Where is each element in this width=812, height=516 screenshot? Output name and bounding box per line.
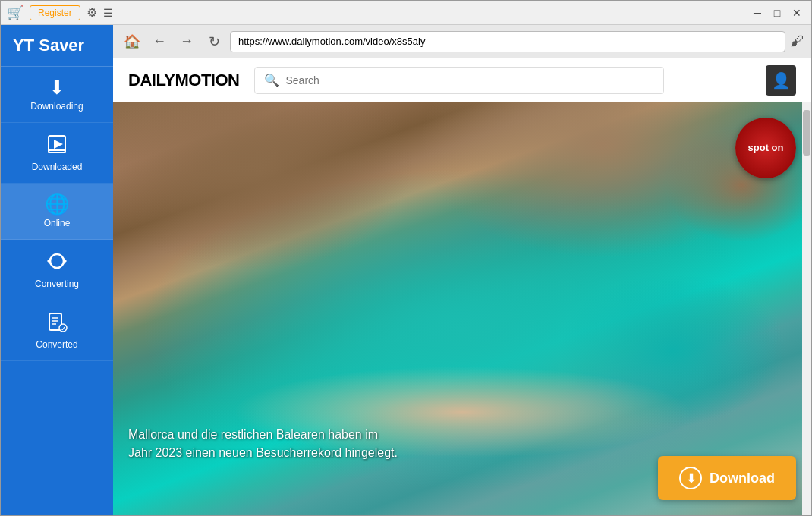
sidebar-label-converting: Converting (35, 278, 79, 289)
subtitle-line1: Mallorca und die restlichen Balearen hab… (128, 426, 398, 444)
sidebar-item-converting[interactable]: Converting (1, 240, 113, 300)
download-label: Download (710, 470, 775, 486)
user-icon: 👤 (772, 71, 791, 90)
nav-bar: 🏠 ← → ↻ 🖌 (113, 25, 811, 58)
window-controls: ─ □ ✕ (749, 5, 805, 21)
home-button[interactable]: 🏠 (121, 30, 143, 53)
svg-marker-1 (54, 140, 63, 149)
title-bar: 🛒 Register ⚙ ☰ ─ □ ✕ (1, 1, 811, 25)
sidebar: YT Saver ⬇ Downloading Downloaded 🌐 Onli… (1, 25, 113, 515)
dailymotion-logo: DAILYMOTION (128, 71, 239, 90)
download-button[interactable]: ⬇ Download (658, 456, 796, 500)
downloading-icon: ⬇ (49, 77, 65, 97)
converting-icon (46, 250, 68, 275)
cart-icon: 🛒 (7, 5, 24, 21)
close-button[interactable]: ✕ (788, 5, 805, 21)
forward-button[interactable]: → (175, 30, 198, 53)
user-avatar-button[interactable]: 👤 (766, 65, 796, 96)
title-bar-left: 🛒 Register ⚙ ☰ (7, 5, 113, 21)
search-input[interactable] (285, 74, 654, 87)
maximize-button[interactable]: □ (769, 5, 785, 21)
main-area: YT Saver ⬇ Downloading Downloaded 🌐 Onli… (1, 25, 811, 515)
register-button[interactable]: Register (30, 5, 80, 20)
svg-marker-4 (47, 258, 50, 264)
brush-icon[interactable]: 🖌 (790, 33, 804, 49)
app-logo: YT Saver (1, 25, 113, 67)
video-container: spot on Mallorca und die restlichen Bale… (113, 102, 811, 515)
downloaded-icon (46, 134, 68, 158)
sidebar-item-converted[interactable]: ✓ Converted (1, 300, 113, 361)
sidebar-item-online[interactable]: 🌐 Online (1, 184, 113, 240)
webpage-header: DAILYMOTION 🔍 👤 (113, 58, 811, 102)
sidebar-label-converted: Converted (36, 339, 77, 350)
online-icon: 🌐 (45, 194, 69, 214)
search-bar: 🔍 (254, 67, 664, 94)
scrollbar-track[interactable] (802, 102, 811, 515)
video-background: spot on Mallorca und die restlichen Bale… (113, 102, 811, 515)
webpage: DAILYMOTION 🔍 👤 spot on (113, 58, 811, 515)
sidebar-label-downloading: Downloading (30, 101, 83, 112)
app-window: 🛒 Register ⚙ ☰ ─ □ ✕ YT Saver ⬇ Download… (0, 0, 812, 516)
back-button[interactable]: ← (148, 30, 171, 53)
minimize-button[interactable]: ─ (749, 5, 766, 21)
scrollbar-thumb[interactable] (803, 110, 810, 156)
subtitle-line2: Jahr 2023 einen neuen Besucherrekord hin… (128, 444, 398, 462)
menu-icon[interactable]: ☰ (103, 7, 113, 19)
svg-text:✓: ✓ (61, 326, 66, 332)
sidebar-item-downloaded[interactable]: Downloaded (1, 123, 113, 184)
sidebar-label-downloaded: Downloaded (32, 162, 83, 172)
video-subtitle: Mallorca und die restlichen Balearen hab… (128, 426, 398, 462)
spoton-badge: spot on (735, 118, 796, 178)
browser-area: 🏠 ← → ↻ 🖌 DAILYMOTION 🔍 👤 (113, 25, 811, 515)
sidebar-item-downloading[interactable]: ⬇ Downloading (1, 67, 113, 123)
refresh-button[interactable]: ↻ (203, 30, 225, 53)
download-icon: ⬇ (679, 467, 702, 489)
search-icon: 🔍 (264, 73, 279, 87)
spoton-text: spot on (748, 143, 784, 153)
converted-icon: ✓ (46, 311, 68, 335)
url-input[interactable] (230, 31, 785, 52)
settings-icon[interactable]: ⚙ (87, 5, 97, 20)
sidebar-label-online: Online (44, 218, 71, 228)
